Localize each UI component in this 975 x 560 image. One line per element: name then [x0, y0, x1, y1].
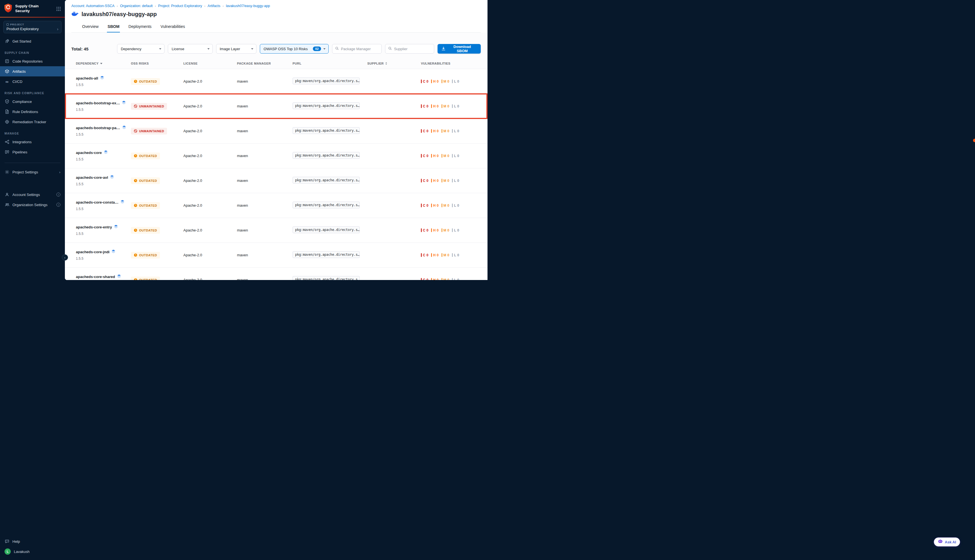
tab-deployments[interactable]: Deployments [128, 22, 152, 32]
table-row[interactable]: apacheds-bootstrap-ex… 1.5.5 UNMAINTAINE… [65, 93, 488, 118]
layers-icon [112, 250, 115, 254]
breadcrumb-account[interactable]: Account: Automation-SSCA [72, 4, 115, 8]
table-row[interactable]: apacheds-core-consta… 1.5.5 OUTDATED Apa… [65, 193, 488, 218]
dependency-version: 1.5.5 [76, 157, 131, 161]
oss-risk-cell: OUTDATED [131, 78, 184, 85]
sidebar-item-account-settings[interactable]: Account Settings i [0, 190, 65, 200]
column-supplier[interactable]: SUPPLIER [367, 62, 421, 65]
sidebar-item-label: Account Settings [12, 193, 40, 197]
table-row[interactable]: apacheds-core-entry 1.5.5 OUTDATED Apach… [65, 218, 488, 242]
chevron-separator: › [223, 4, 224, 8]
license-cell: Apache-2.0 [184, 228, 237, 232]
breadcrumb-current[interactable]: lavakush07/easy-buggy-app [226, 4, 270, 8]
column-dependency[interactable]: DEPENDENCY [76, 62, 131, 65]
sidebar-item-get-started[interactable]: Get Started [0, 36, 65, 46]
image-layer-filter-dropdown[interactable]: Image Layer [216, 44, 257, 53]
vuln-count-l: L0 [452, 228, 459, 232]
purl-value: pkg:maven/org.apache.directory.s… [292, 202, 360, 208]
code-repositories-icon [5, 59, 9, 63]
vuln-count-m: M0 [441, 179, 449, 183]
supply-chain-security-logo-icon [4, 3, 12, 14]
package-manager-input[interactable] [341, 47, 379, 51]
table-row[interactable]: apacheds-core 1.5.5 OUTDATED Apache-2.0 … [65, 143, 488, 168]
sidebar-item-cicd[interactable]: ∞ CI/CD [0, 77, 65, 87]
package-manager-cell: maven [237, 253, 292, 257]
oss-risk-badge: OUTDATED [131, 227, 160, 234]
vulnerabilities-cell: C0H0M0L0 [421, 179, 481, 183]
layers-icon [120, 200, 124, 205]
sidebar-item-rule-definitions[interactable]: Rule Definitions [0, 107, 65, 117]
supplier-input[interactable] [394, 47, 431, 51]
info-icon[interactable]: i [57, 203, 60, 207]
tab-sbom[interactable]: SBOM [107, 22, 120, 32]
dependency-name: apacheds-all [76, 76, 98, 80]
layers-icon [114, 225, 118, 229]
sidebar-item-compliance[interactable]: Compliance [0, 97, 65, 107]
sidebar-item-organization-settings[interactable]: Organization Settings i [0, 200, 65, 210]
owasp-risks-filter-dropdown[interactable]: OWASP OSS Top 10 Risks 02 [260, 44, 328, 53]
vulnerabilities-cell: C0H0M0L0 [421, 203, 481, 208]
tab-overview[interactable]: Overview [82, 22, 99, 32]
search-icon [335, 46, 339, 51]
section-manage: MANAGE [5, 132, 60, 135]
purl-value: pkg:maven/org.apache.directory.s… [292, 177, 360, 183]
dependency-cell: apacheds-core-entry 1.5.5 [76, 225, 131, 236]
sidebar-item-project-settings[interactable]: Project Settings › [0, 167, 65, 177]
sidebar-collapse-handle[interactable]: ‹ [62, 254, 68, 260]
module-switcher-icon[interactable] [56, 7, 61, 11]
license-filter-dropdown[interactable]: License [168, 44, 212, 53]
vuln-count-c: C0 [421, 154, 428, 158]
page-header: Account: Automation-SSCA› Organization: … [65, 0, 488, 33]
table-row[interactable]: apacheds-all 1.5.5 OUTDATED Apache-2.0 m… [65, 69, 488, 93]
license-cell: Apache-2.0 [184, 253, 237, 257]
vulnerabilities-cell: C0H0M0L0 [421, 104, 481, 108]
breadcrumb-project[interactable]: Project: Product Exploratory [158, 4, 202, 8]
license-cell: Apache-2.0 [184, 278, 237, 280]
purl-cell: pkg:maven/org.apache.directory.s… [292, 102, 367, 110]
breadcrumb-organization[interactable]: Organization: default [120, 4, 153, 8]
oss-risk-badge: OUTDATED [131, 202, 160, 209]
dependency-version: 1.5.5 [76, 257, 131, 260]
table-row[interactable]: apacheds-core-avl 1.5.5 OUTDATED Apache-… [65, 168, 488, 193]
table-row[interactable]: apacheds-bootstrap-pa… 1.5.5 UNMAINTAINE… [65, 118, 488, 143]
section-risk-compliance: RISK AND COMPLIANCE [5, 92, 60, 95]
sidebar-item-remediation-tracker[interactable]: Remediation Tracker [0, 117, 65, 127]
package-manager-cell: maven [237, 278, 292, 280]
package-manager-cell: maven [237, 228, 292, 232]
docker-whale-icon [72, 11, 79, 18]
vuln-count-m: M0 [441, 203, 449, 208]
breadcrumb-artifacts[interactable]: Artifacts [208, 4, 220, 8]
dependency-filter-dropdown[interactable]: Dependency [117, 44, 164, 53]
info-icon[interactable]: i [57, 193, 60, 197]
download-sbom-button[interactable]: Download SBOM [437, 44, 481, 53]
vuln-count-m: M0 [441, 129, 449, 133]
license-cell: Apache-2.0 [184, 154, 237, 158]
vulnerabilities-cell: C0H0M0L0 [421, 253, 481, 257]
vuln-count-c: C0 [421, 80, 428, 83]
sidebar-item-label: Organization Settings [12, 203, 47, 207]
chevron-right-icon: › [59, 170, 60, 174]
sidebar-item-pipelines[interactable]: Pipelines [0, 147, 65, 157]
oss-risk-cell: UNMAINTAINED [131, 128, 184, 135]
supplier-search [385, 44, 434, 53]
dependency-cell: apacheds-core-consta… 1.5.5 [76, 200, 131, 211]
tab-vulnerabilities[interactable]: Vulnerabilities [160, 22, 185, 32]
project-selector[interactable]: PROJECT Product Exploratory › [3, 21, 62, 33]
oss-risk-badge: OUTDATED [131, 78, 160, 85]
table-row[interactable]: apacheds-core-jndi 1.5.5 OUTDATED Apache… [65, 242, 488, 267]
vuln-count-h: H0 [431, 154, 438, 158]
oss-risk-cell: OUTDATED [131, 277, 184, 280]
table-row[interactable]: apacheds-core-shared 1.5.5 OUTDATED Apac… [65, 267, 488, 280]
vuln-count-h: H0 [431, 104, 438, 108]
purl-cell: pkg:maven/org.apache.directory.s… [292, 127, 367, 135]
sidebar-item-label: Artifacts [12, 69, 26, 73]
sidebar-item-code-repositories[interactable]: Code Repositories [0, 56, 65, 66]
sidebar-item-integrations[interactable]: Integrations [0, 137, 65, 147]
purl-value: pkg:maven/org.apache.directory.s… [292, 251, 360, 258]
purl-value: pkg:maven/org.apache.directory.s… [292, 78, 360, 84]
sidebar-item-artifacts[interactable]: Artifacts [0, 66, 65, 77]
vuln-count-h: H0 [431, 179, 438, 183]
purl-cell: pkg:maven/org.apache.directory.s… [292, 202, 367, 210]
license-cell: Apache-2.0 [184, 129, 237, 133]
chevron-separator: › [204, 4, 205, 8]
